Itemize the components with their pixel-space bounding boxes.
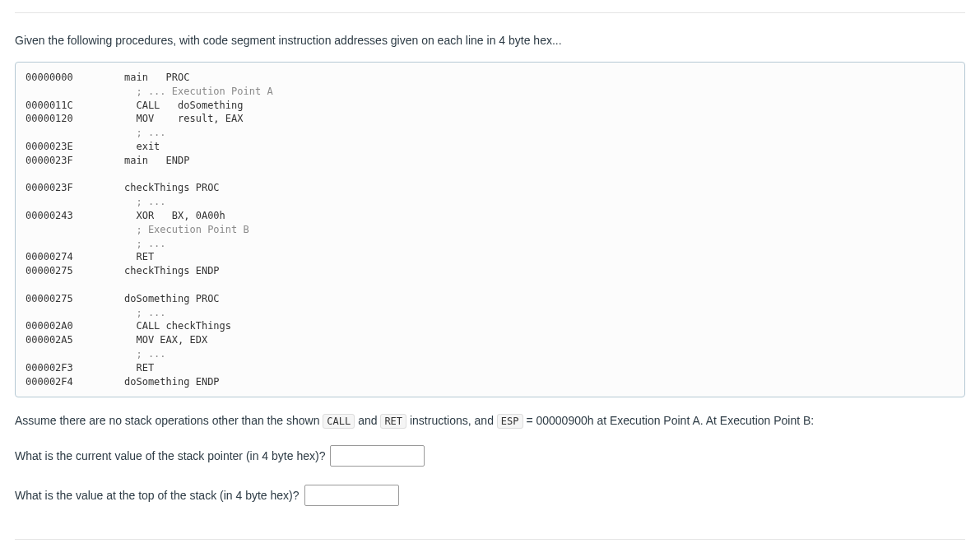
assume-suffix: = 00000900h at Execution Point A. At Exe… [523, 414, 815, 427]
addr-l17: 000002A0 [26, 319, 124, 333]
code-l3: CALL doSomething [124, 100, 244, 111]
addr-l6: 0000023E [26, 140, 124, 154]
code-l21: doSomething ENDP [124, 376, 220, 388]
code-l8: checkThings PROC [124, 182, 220, 193]
assume-mid1: and [355, 414, 380, 427]
addr-l20: 000002F3 [26, 361, 124, 375]
code-l10: XOR BX, 0A00h [124, 210, 225, 221]
addr-l4: 00000120 [26, 112, 124, 126]
code-block: 00000000main PROC ; ... Execution Point … [15, 62, 965, 397]
assume-prefix: Assume there are no stack operations oth… [15, 414, 323, 427]
ret-code: RET [380, 414, 406, 429]
addr-l21: 000002F4 [26, 375, 124, 389]
code-l9: ; ... [124, 196, 166, 207]
addr-l7: 0000023F [26, 154, 124, 168]
assume-mid2: instructions, and [406, 414, 497, 427]
code-l15: doSomething PROC [124, 293, 220, 304]
bottom-divider [15, 539, 965, 540]
code-l5: ; ... [124, 127, 166, 138]
code-l12: ; ... [124, 238, 166, 249]
code-l7: main ENDP [124, 155, 189, 166]
code-l14: checkThings ENDP [124, 265, 220, 276]
addr-l14: 00000275 [26, 264, 124, 278]
addr-l10: 00000243 [26, 209, 124, 223]
answer-input-2[interactable] [304, 485, 399, 506]
call-code: CALL [323, 414, 355, 429]
code-l19: ; ... [124, 348, 166, 360]
code-l18: MOV EAX, EDX [124, 334, 207, 346]
top-divider [15, 12, 965, 13]
esp-code: ESP [497, 414, 523, 429]
code-l6: exit [124, 141, 160, 152]
code-l16: ; ... [124, 307, 166, 318]
code-l11: ; Execution Point B [124, 224, 249, 235]
code-l13: RET [124, 251, 154, 262]
code-l1: main PROC [124, 72, 189, 83]
question-1: What is the current value of the stack p… [15, 445, 965, 467]
answer-input-1[interactable] [330, 445, 425, 467]
question-title: Given the following procedures, with cod… [15, 34, 965, 47]
addr-l18: 000002A5 [26, 333, 124, 347]
code-l17: CALL checkThings [124, 320, 231, 332]
code-l2: ; ... Execution Point A [124, 86, 273, 97]
question-2: What is the value at the top of the stac… [15, 485, 965, 506]
addr-l3: 0000011C [26, 99, 124, 113]
code-l4: MOV result, EAX [124, 113, 244, 124]
addr-l8: 0000023F [26, 181, 124, 195]
question-1-text: What is the current value of the stack p… [15, 449, 325, 462]
addr-l13: 00000274 [26, 250, 124, 264]
addr-l15: 00000275 [26, 292, 124, 306]
addr-l1: 00000000 [26, 71, 124, 85]
code-l20: RET [124, 362, 154, 374]
assumption-text: Assume there are no stack operations oth… [15, 414, 965, 427]
question-2-text: What is the value at the top of the stac… [15, 489, 300, 502]
